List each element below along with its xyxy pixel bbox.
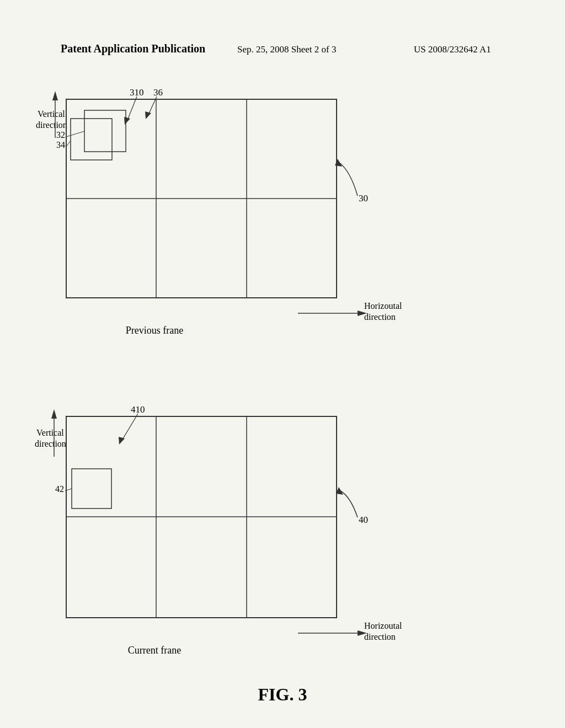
- svg-line-16: [66, 141, 71, 147]
- svg-line-15: [66, 131, 84, 137]
- bottom-diagram-title: Current frane: [128, 645, 181, 656]
- svg-rect-14: [84, 110, 126, 152]
- svg-rect-13: [71, 119, 112, 160]
- figure-caption: FIG. 3: [258, 684, 307, 704]
- svg-line-26: [121, 414, 138, 441]
- top-vertical-label-line1: Vertical: [38, 109, 65, 119]
- top-ref-30: 30: [359, 193, 368, 204]
- header-left: Patent Application Publication: [61, 42, 205, 55]
- svg-rect-28: [72, 469, 111, 508]
- top-ref-36: 36: [153, 87, 163, 98]
- bottom-horizontal-label-line2: direction: [364, 632, 396, 641]
- top-vertical-label-line2: direction: [36, 120, 67, 130]
- svg-marker-18: [51, 409, 57, 419]
- top-horizontal-label-line1: Horizoutal: [364, 301, 402, 311]
- bottom-vertical-label-line2: direction: [35, 439, 66, 448]
- top-ref-310: 310: [130, 87, 144, 98]
- svg-marker-12: [145, 111, 151, 119]
- top-ref-32: 32: [56, 130, 65, 140]
- svg-line-9: [127, 97, 137, 121]
- svg-marker-27: [119, 437, 125, 445]
- header-center: Sep. 25, 2008 Sheet 2 of 3: [237, 44, 336, 55]
- top-ref-34: 34: [56, 140, 65, 149]
- bottom-ref-410: 410: [131, 404, 145, 415]
- bottom-horizontal-label-line1: Horizoutal: [364, 621, 402, 630]
- svg-marker-10: [124, 117, 130, 125]
- bottom-ref-42: 42: [55, 484, 64, 494]
- top-horizontal-label-line2: direction: [364, 312, 396, 322]
- svg-marker-8: [335, 159, 342, 167]
- bottom-ref-40: 40: [359, 515, 368, 525]
- header-right: US 2008/232642 A1: [414, 44, 491, 55]
- svg-marker-1: [52, 91, 58, 100]
- top-diagram-title: Previous frane: [126, 325, 183, 336]
- bottom-vertical-label-line1: Vertical: [36, 428, 64, 437]
